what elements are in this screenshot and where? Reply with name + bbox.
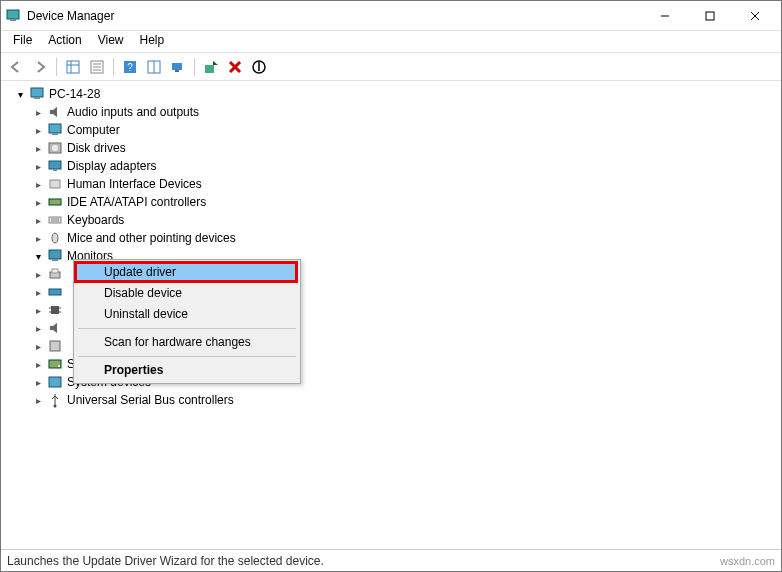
svg-rect-30 [53,169,57,171]
category-label: Keyboards [67,213,124,227]
sound-icon [47,320,63,336]
category-label: Universal Serial Bus controllers [67,393,234,407]
category-label: Disk drives [67,141,126,155]
tree-category[interactable]: ▸Disk drives [1,139,781,157]
svg-rect-31 [50,180,60,188]
tree-category[interactable]: ▸Display adapters [1,157,781,175]
svg-rect-26 [52,133,58,135]
menu-action[interactable]: Action [40,31,89,52]
tree-category[interactable]: ▸Computer [1,121,781,139]
svg-rect-29 [49,161,61,169]
expand-arrow-icon[interactable]: ▸ [31,177,45,191]
expand-arrow-icon[interactable]: ▸ [31,375,45,389]
category-label: IDE ATA/ATAPI controllers [67,195,206,209]
svg-rect-0 [7,10,19,19]
menu-view[interactable]: View [90,31,132,52]
printq-icon [47,266,63,282]
svg-rect-41 [49,289,61,295]
properties-button[interactable] [86,56,108,78]
disable-button[interactable] [248,56,270,78]
expand-arrow-icon[interactable]: ▸ [31,267,45,281]
toolbar-separator [113,58,114,76]
ctx-separator [78,356,296,357]
svg-rect-25 [49,124,61,133]
device-tree: ▾ PC-14-28 ▸Audio inputs and outputs▸Com… [1,81,781,549]
svg-rect-38 [52,259,58,261]
tree-category[interactable]: ▸Audio inputs and outputs [1,103,781,121]
expand-arrow-icon[interactable]: ▸ [31,159,45,173]
ctx-scan-hardware[interactable]: Scan for hardware changes [76,332,298,353]
computer-icon [29,86,45,102]
menu-help[interactable]: Help [132,31,173,52]
menubar: File Action View Help [1,31,781,53]
expand-arrow-icon[interactable]: ▸ [31,105,45,119]
ctx-separator [78,328,296,329]
back-button[interactable] [5,56,27,78]
watermark: wsxdn.com [720,555,775,567]
collapse-arrow-icon[interactable]: ▾ [31,249,45,263]
category-label: Computer [67,123,120,137]
svg-point-36 [52,233,58,243]
proc-icon [47,302,63,318]
root-label: PC-14-28 [49,87,100,101]
detail-view-button[interactable] [62,56,84,78]
forward-button[interactable] [29,56,51,78]
svg-rect-17 [172,63,182,70]
expand-arrow-icon[interactable]: ▸ [31,285,45,299]
svg-point-51 [54,405,57,408]
expand-arrow-icon[interactable]: ▸ [31,213,45,227]
expand-arrow-icon[interactable]: ▸ [31,123,45,137]
scan-hardware-button[interactable] [167,56,189,78]
svg-rect-47 [50,341,60,351]
tree-root[interactable]: ▾ PC-14-28 [1,85,781,103]
svg-rect-37 [49,250,61,259]
expand-arrow-icon[interactable]: ▸ [31,141,45,155]
ctx-disable-device[interactable]: Disable device [76,283,298,304]
tree-category[interactable]: ▸Human Interface Devices [1,175,781,193]
tree-category[interactable]: ▸Universal Serial Bus controllers [1,391,781,409]
expand-arrow-icon[interactable]: ▾ [13,87,27,101]
maximize-button[interactable] [687,2,732,30]
svg-rect-40 [52,269,58,273]
tree-category[interactable]: ▸IDE ATA/ATAPI controllers [1,193,781,211]
status-text: Launches the Update Driver Wizard for th… [7,554,324,568]
svg-rect-33 [49,217,61,223]
monitor-icon [47,248,63,264]
tree-category[interactable]: ▸Mice and other pointing devices [1,229,781,247]
hid-icon [47,176,63,192]
tree-category[interactable]: ▸Keyboards [1,211,781,229]
category-label: Audio inputs and outputs [67,105,199,119]
ctx-properties[interactable]: Properties [76,360,298,381]
svg-point-49 [58,365,60,367]
context-menu: Update driver Disable device Uninstall d… [73,259,301,384]
update-driver-button[interactable] [200,56,222,78]
expand-arrow-icon[interactable]: ▸ [31,231,45,245]
storage-icon [47,356,63,372]
toolbar: ? [1,53,781,81]
window-title: Device Manager [27,9,642,23]
svg-rect-24 [34,97,40,99]
help-button[interactable]: ? [119,56,141,78]
expand-arrow-icon[interactable]: ▸ [31,339,45,353]
menu-file[interactable]: File [5,31,40,52]
svg-rect-42 [51,306,59,314]
minimize-button[interactable] [642,2,687,30]
close-button[interactable] [732,2,777,30]
svg-text:?: ? [127,62,133,73]
expand-arrow-icon[interactable]: ▸ [31,195,45,209]
expand-arrow-icon[interactable]: ▸ [31,321,45,335]
keyboard-icon [47,212,63,228]
ctx-uninstall-device[interactable]: Uninstall device [76,304,298,325]
detail-tree-button[interactable] [143,56,165,78]
ctx-update-driver[interactable]: Update driver [76,262,298,283]
statusbar: Launches the Update Driver Wizard for th… [1,549,781,571]
expand-arrow-icon[interactable]: ▸ [31,393,45,407]
portd-icon [47,284,63,300]
disk-icon [47,140,63,156]
mouse-icon [47,230,63,246]
system-icon [47,374,63,390]
expand-arrow-icon[interactable]: ▸ [31,303,45,317]
expand-arrow-icon[interactable]: ▸ [31,357,45,371]
uninstall-button[interactable] [224,56,246,78]
svg-rect-18 [175,70,179,72]
